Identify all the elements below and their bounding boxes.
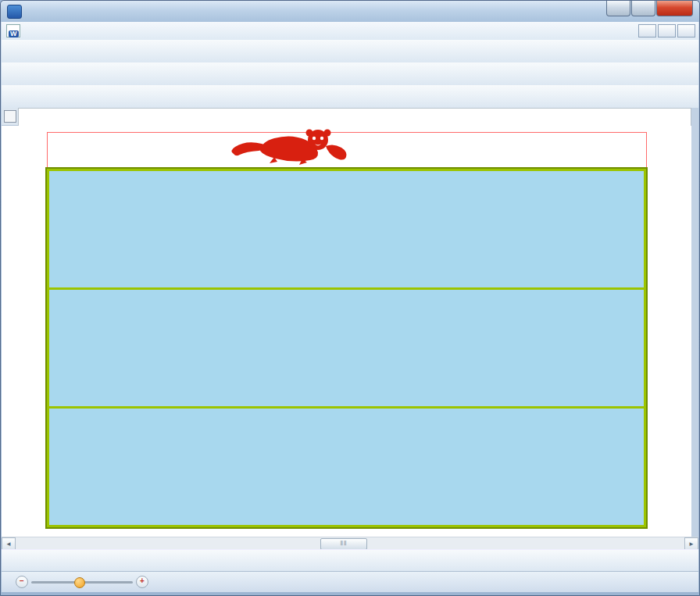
app-window: ◄ ⦀⦀ ► − + (0, 0, 700, 596)
window-controls (605, 1, 693, 16)
title-bar[interactable] (1, 1, 699, 22)
vertical-ruler[interactable] (2, 126, 19, 537)
menu-bar (2, 22, 698, 41)
document-icon[interactable] (6, 24, 20, 37)
image-toolbar (2, 549, 698, 573)
zoom-slider-thumb[interactable] (74, 577, 85, 588)
tab-stop-selector[interactable] (4, 110, 16, 123)
zoom-out-button[interactable]: − (16, 576, 28, 588)
monkey-papercut-image (227, 127, 352, 165)
pages-review-toolbar (2, 85, 698, 109)
drawing-toolbar (2, 62, 698, 86)
calendar-band-may-aug (49, 290, 644, 406)
standard-toolbar (2, 40, 698, 63)
doc-close-button[interactable] (677, 24, 695, 37)
document-canvas[interactable] (18, 126, 691, 537)
scroll-left-button[interactable]: ◄ (2, 537, 16, 550)
close-button[interactable] (656, 1, 693, 16)
calendar-band-jan-apr (49, 171, 644, 287)
horizontal-scrollbar[interactable]: ◄ ⦀⦀ ► (2, 537, 698, 550)
window-frame-strip (691, 108, 698, 537)
doc-minimize-button[interactable] (638, 24, 656, 37)
horizontal-ruler[interactable] (18, 108, 691, 127)
calendar-table (45, 167, 648, 529)
zoom-in-button[interactable]: + (136, 576, 148, 588)
calendar-band-sep-dec (49, 409, 644, 525)
scroll-right-button[interactable]: ► (684, 537, 698, 550)
doc-restore-button[interactable] (658, 24, 676, 37)
zoom-slider[interactable]: − + (16, 576, 148, 588)
zoom-slider-track[interactable] (31, 581, 133, 584)
maximize-button[interactable] (631, 1, 655, 16)
document-window-controls (637, 24, 695, 37)
scrollbar-thumb[interactable]: ⦀⦀ (320, 538, 367, 550)
status-bar: − + (2, 571, 698, 592)
minimize-button[interactable] (606, 1, 630, 16)
app-icon (7, 5, 22, 19)
